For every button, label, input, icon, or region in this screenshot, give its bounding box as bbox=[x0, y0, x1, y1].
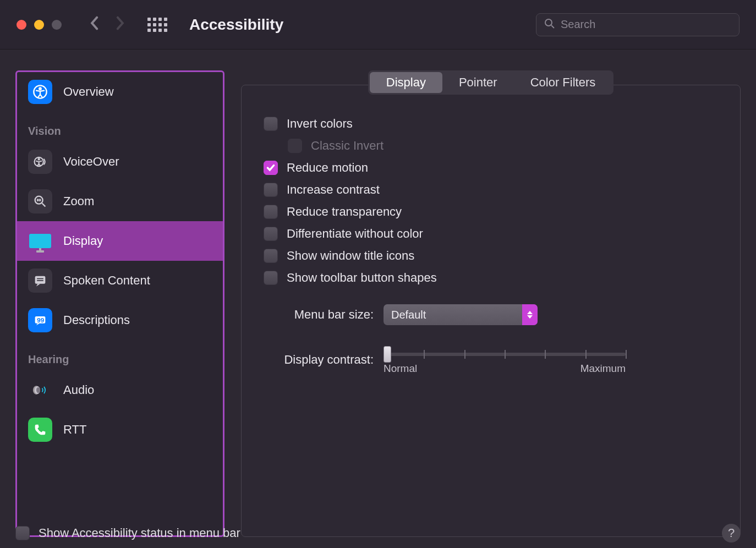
sidebar-item-descriptions[interactable]: 99 Descriptions bbox=[17, 300, 223, 340]
window-title: Accessibility bbox=[189, 16, 283, 34]
svg-point-15 bbox=[36, 387, 40, 393]
sidebar-item-label: Zoom bbox=[63, 194, 94, 209]
menu-bar-size-label: Menu bar size: bbox=[264, 308, 374, 322]
classic-invert-row: Classic Invert bbox=[288, 135, 718, 157]
sidebar-item-label: Display bbox=[63, 234, 103, 248]
differentiate-without-color-label: Differentiate without color bbox=[287, 227, 423, 241]
slider-min-label: Normal bbox=[384, 363, 417, 375]
display-contrast-slider[interactable] bbox=[384, 353, 626, 356]
sidebar-item-voiceover[interactable]: VoiceOver bbox=[17, 142, 223, 182]
reduce-motion-checkbox[interactable] bbox=[264, 161, 278, 175]
sidebar-item-audio[interactable]: Audio bbox=[17, 370, 223, 410]
increase-contrast-row: Increase contrast bbox=[264, 179, 718, 201]
tab-bar: Display Pointer Color Filters bbox=[368, 70, 613, 95]
reduce-transparency-label: Reduce transparency bbox=[287, 205, 402, 219]
sidebar-item-zoom[interactable]: Zoom bbox=[17, 182, 223, 221]
show-window-title-icons-label: Show window title icons bbox=[287, 249, 414, 263]
reduce-transparency-checkbox[interactable] bbox=[264, 205, 278, 219]
svg-point-3 bbox=[39, 87, 41, 90]
slider-thumb[interactable] bbox=[384, 346, 391, 363]
sidebar-item-label: RTT bbox=[63, 423, 86, 437]
reduce-motion-row: Reduce motion bbox=[264, 157, 718, 179]
slider-labels: Normal Maximum bbox=[384, 363, 626, 375]
svg-point-0 bbox=[545, 19, 552, 26]
show-toolbar-button-shapes-label: Show toolbar button shapes bbox=[287, 271, 437, 285]
accessibility-prefs-window: Accessibility Overview Vision bbox=[0, 0, 756, 548]
show-window-title-icons-row: Show window title icons bbox=[264, 245, 718, 267]
differentiate-without-color-checkbox[interactable] bbox=[264, 227, 278, 241]
search-field[interactable] bbox=[536, 13, 739, 36]
sidebar-item-label: Descriptions bbox=[63, 313, 130, 327]
display-contrast-row: Display contrast: bbox=[264, 345, 718, 375]
reduce-transparency-row: Reduce transparency bbox=[264, 201, 718, 223]
show-window-title-icons-checkbox[interactable] bbox=[264, 249, 278, 263]
menu-bar-size-value: Default bbox=[391, 309, 426, 321]
voiceover-icon bbox=[28, 150, 52, 174]
show-toolbar-button-shapes-checkbox[interactable] bbox=[264, 271, 278, 285]
forward-button[interactable] bbox=[116, 15, 125, 34]
increase-contrast-checkbox[interactable] bbox=[264, 183, 278, 197]
show-accessibility-status-label: Show Accessibility status in menu bar bbox=[39, 526, 240, 540]
tab-color-filters[interactable]: Color Filters bbox=[514, 72, 612, 93]
classic-invert-checkbox bbox=[288, 139, 302, 153]
display-icon bbox=[28, 229, 52, 253]
display-contrast-label: Display contrast: bbox=[264, 353, 374, 367]
content-area: Overview Vision VoiceOver Zoom Displa bbox=[0, 50, 756, 548]
tab-display[interactable]: Display bbox=[370, 72, 442, 93]
close-window-button[interactable] bbox=[17, 20, 26, 30]
menu-bar-size-select[interactable]: Default bbox=[384, 304, 538, 325]
classic-invert-label: Classic Invert bbox=[311, 139, 384, 153]
show-all-icon[interactable] bbox=[147, 18, 167, 32]
zoom-icon bbox=[28, 189, 52, 213]
sidebar-section-vision: Vision bbox=[17, 112, 223, 142]
sidebar-item-spoken-content[interactable]: Spoken Content bbox=[17, 261, 223, 300]
sidebar: Overview Vision VoiceOver Zoom Displa bbox=[15, 70, 224, 537]
invert-colors-checkbox[interactable] bbox=[264, 117, 278, 131]
svg-line-7 bbox=[42, 204, 46, 207]
show-accessibility-status-checkbox[interactable] bbox=[15, 526, 30, 540]
help-button[interactable]: ? bbox=[722, 524, 741, 542]
main-panel: Display Pointer Color Filters Invert col… bbox=[241, 70, 741, 537]
titlebar: Accessibility bbox=[0, 0, 756, 50]
sidebar-item-label: Overview bbox=[63, 85, 114, 99]
sidebar-item-rtt[interactable]: RTT bbox=[17, 410, 223, 450]
audio-icon bbox=[28, 378, 52, 402]
sidebar-item-overview[interactable]: Overview bbox=[17, 72, 223, 112]
display-contrast-slider-container: Normal Maximum bbox=[384, 345, 626, 375]
differentiate-without-color-row: Differentiate without color bbox=[264, 223, 718, 245]
traffic-lights bbox=[17, 20, 62, 30]
sidebar-section-hearing: Hearing bbox=[17, 340, 223, 370]
sidebar-item-display[interactable]: Display bbox=[17, 221, 223, 261]
descriptions-icon: 99 bbox=[28, 308, 52, 332]
svg-point-5 bbox=[39, 158, 40, 160]
sidebar-item-label: VoiceOver bbox=[63, 155, 119, 169]
invert-colors-row: Invert colors bbox=[264, 113, 718, 135]
sidebar-item-label: Spoken Content bbox=[63, 273, 150, 288]
footer-row: Show Accessibility status in menu bar ? bbox=[15, 524, 741, 542]
rtt-icon bbox=[28, 418, 52, 442]
show-toolbar-button-shapes-row: Show toolbar button shapes bbox=[264, 267, 718, 289]
svg-text:99: 99 bbox=[37, 316, 44, 324]
select-arrows-icon bbox=[522, 304, 538, 325]
menu-bar-size-row: Menu bar size: Default bbox=[264, 304, 718, 325]
spoken-content-icon bbox=[28, 268, 52, 293]
tab-pointer[interactable]: Pointer bbox=[442, 72, 514, 93]
sidebar-item-label: Audio bbox=[63, 383, 94, 397]
reduce-motion-label: Reduce motion bbox=[287, 161, 368, 175]
display-settings-group: Invert colors Classic Invert Reduce moti… bbox=[241, 85, 741, 537]
nav-arrows bbox=[89, 15, 125, 34]
search-input[interactable] bbox=[561, 18, 731, 31]
increase-contrast-label: Increase contrast bbox=[287, 183, 380, 197]
accessibility-icon bbox=[28, 80, 52, 104]
slider-max-label: Maximum bbox=[580, 363, 626, 375]
back-button[interactable] bbox=[89, 15, 99, 34]
search-icon bbox=[544, 18, 555, 31]
invert-colors-label: Invert colors bbox=[287, 117, 353, 131]
minimize-window-button[interactable] bbox=[34, 20, 44, 30]
svg-line-1 bbox=[551, 25, 554, 28]
zoom-window-button[interactable] bbox=[52, 20, 62, 30]
